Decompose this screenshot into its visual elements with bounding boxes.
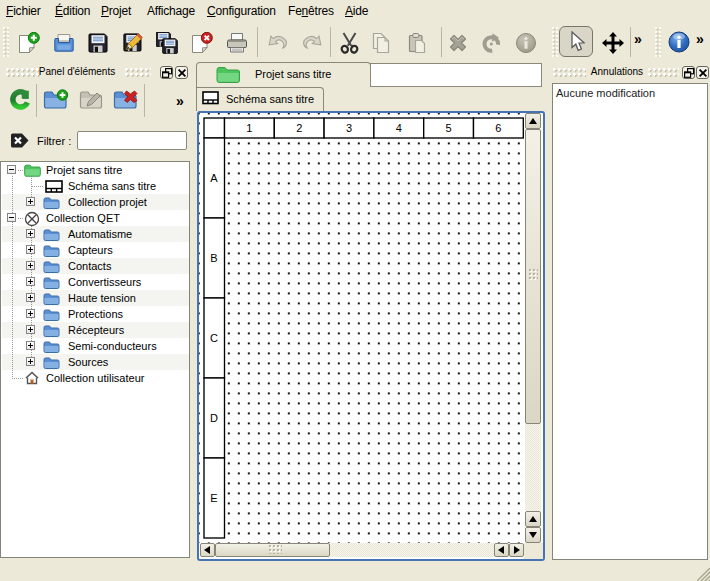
svg-text:E: E: [210, 492, 217, 504]
svg-text:A: A: [210, 172, 218, 184]
svg-text:3: 3: [346, 122, 352, 134]
svg-text:4: 4: [396, 122, 402, 134]
svg-text:5: 5: [446, 122, 452, 134]
svg-text:D: D: [210, 412, 218, 424]
svg-text:2: 2: [296, 122, 302, 134]
svg-text:6: 6: [495, 122, 501, 134]
svg-text:1: 1: [246, 122, 252, 134]
svg-text:C: C: [210, 332, 218, 344]
svg-text:B: B: [210, 252, 217, 264]
